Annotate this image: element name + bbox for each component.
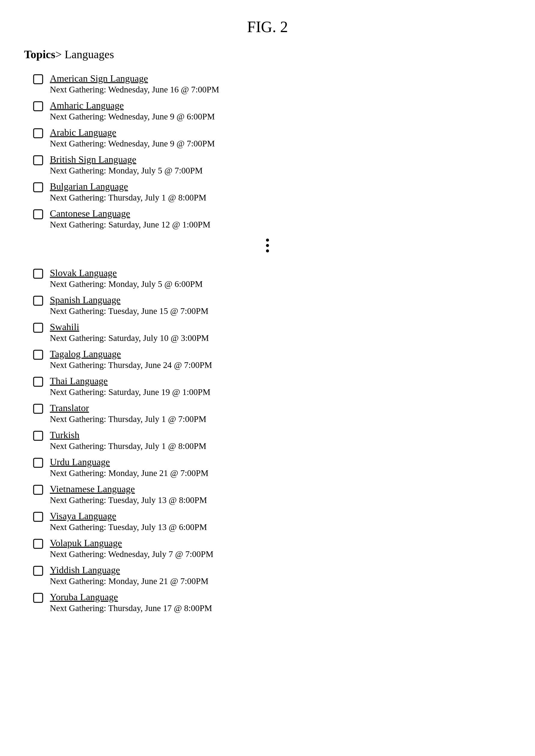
svg-rect-11 bbox=[34, 404, 42, 413]
svg-rect-0 bbox=[34, 75, 42, 84]
checkbox-icon bbox=[33, 539, 43, 549]
next-gathering: Next Gathering: Saturday, July 10 @ 3:00… bbox=[50, 333, 209, 343]
svg-rect-16 bbox=[34, 539, 42, 548]
svg-rect-15 bbox=[34, 512, 42, 521]
next-gathering: Next Gathering: Tuesday, June 15 @ 7:00P… bbox=[50, 306, 208, 316]
language-content: Bulgarian Language Next Gathering: Thurs… bbox=[50, 181, 206, 202]
language-name[interactable]: Volapuk Language bbox=[50, 537, 213, 549]
checkbox-icon bbox=[33, 377, 43, 387]
svg-rect-9 bbox=[34, 350, 42, 359]
next-gathering: Next Gathering: Thursday, June 24 @ 7:00… bbox=[50, 360, 212, 370]
language-name[interactable]: Yoruba Language bbox=[50, 592, 212, 603]
next-gathering: Next Gathering: Thursday, July 1 @ 8:00P… bbox=[50, 193, 206, 202]
language-name[interactable]: Spanish Language bbox=[50, 294, 208, 306]
dot-1 bbox=[266, 239, 269, 242]
svg-rect-12 bbox=[34, 431, 42, 440]
dot-2 bbox=[266, 244, 269, 247]
svg-rect-17 bbox=[34, 566, 42, 575]
checkbox-icon bbox=[33, 404, 43, 414]
language-name[interactable]: Tagalog Language bbox=[50, 348, 212, 360]
next-gathering: Next Gathering: Saturday, June 12 @ 1:00… bbox=[50, 220, 211, 230]
list-item: Slovak Language Next Gathering: Monday, … bbox=[33, 267, 511, 289]
list-item: Bulgarian Language Next Gathering: Thurs… bbox=[33, 181, 511, 202]
language-content: Amharic Language Next Gathering: Wednesd… bbox=[50, 100, 215, 122]
breadcrumb: Topics> Languages bbox=[24, 48, 511, 61]
breadcrumb-separator: > bbox=[55, 48, 65, 61]
checkbox-icon bbox=[33, 566, 43, 576]
checkbox-icon bbox=[33, 155, 43, 165]
next-gathering: Next Gathering: Tuesday, July 13 @ 8:00P… bbox=[50, 495, 207, 505]
list-item: Volapuk Language Next Gathering: Wednesd… bbox=[33, 537, 511, 559]
svg-rect-5 bbox=[34, 210, 42, 219]
list-item: Spanish Language Next Gathering: Tuesday… bbox=[33, 294, 511, 316]
language-name[interactable]: Translator bbox=[50, 402, 206, 414]
checkbox-icon bbox=[33, 323, 43, 333]
language-name[interactable]: Visaya Language bbox=[50, 510, 207, 522]
svg-rect-8 bbox=[34, 323, 42, 332]
language-content: Turkish Next Gathering: Thursday, July 1… bbox=[50, 429, 206, 451]
language-name[interactable]: British Sign Language bbox=[50, 154, 203, 165]
svg-rect-4 bbox=[34, 183, 42, 192]
language-name[interactable]: Swahili bbox=[50, 321, 209, 333]
language-content: Slovak Language Next Gathering: Monday, … bbox=[50, 267, 203, 289]
svg-rect-2 bbox=[34, 129, 42, 138]
list-item: British Sign Language Next Gathering: Mo… bbox=[33, 154, 511, 176]
language-name[interactable]: Arabic Language bbox=[50, 127, 215, 138]
language-name[interactable]: Amharic Language bbox=[50, 100, 215, 111]
list-item: Cantonese Language Next Gathering: Satur… bbox=[33, 208, 511, 230]
next-gathering: Next Gathering: Thursday, July 1 @ 8:00P… bbox=[50, 441, 206, 451]
next-gathering: Next Gathering: Wednesday, June 9 @ 6:00… bbox=[50, 112, 215, 122]
language-content: Urdu Language Next Gathering: Monday, Ju… bbox=[50, 456, 208, 478]
language-content: Thai Language Next Gathering: Saturday, … bbox=[50, 375, 211, 397]
list-item: Translator Next Gathering: Thursday, Jul… bbox=[33, 402, 511, 424]
dot-3 bbox=[266, 249, 269, 253]
checkbox-icon bbox=[33, 458, 43, 468]
language-name[interactable]: American Sign Language bbox=[50, 73, 219, 84]
next-gathering: Next Gathering: Monday, June 21 @ 7:00PM bbox=[50, 468, 208, 478]
next-gathering: Next Gathering: Wednesday, June 16 @ 7:0… bbox=[50, 85, 219, 94]
next-gathering: Next Gathering: Thursday, July 1 @ 7:00P… bbox=[50, 414, 206, 424]
language-name[interactable]: Slovak Language bbox=[50, 267, 203, 279]
language-content: American Sign Language Next Gathering: W… bbox=[50, 73, 219, 94]
next-gathering: Next Gathering: Tuesday, July 13 @ 6:00P… bbox=[50, 522, 207, 532]
list-item: Urdu Language Next Gathering: Monday, Ju… bbox=[33, 456, 511, 478]
checkbox-icon bbox=[33, 74, 43, 84]
svg-rect-14 bbox=[34, 485, 42, 494]
list-item: Swahili Next Gathering: Saturday, July 1… bbox=[33, 321, 511, 343]
checkbox-icon bbox=[33, 269, 43, 279]
list-item: Tagalog Language Next Gathering: Thursda… bbox=[33, 348, 511, 370]
language-name[interactable]: Vietnamese Language bbox=[50, 483, 207, 495]
language-name[interactable]: Cantonese Language bbox=[50, 208, 211, 219]
language-content: Yoruba Language Next Gathering: Thursday… bbox=[50, 592, 212, 613]
next-gathering: Next Gathering: Thursday, June 17 @ 8:00… bbox=[50, 603, 212, 613]
page-title: FIG. 2 bbox=[24, 18, 511, 36]
next-gathering: Next Gathering: Saturday, June 19 @ 1:00… bbox=[50, 387, 211, 397]
svg-rect-6 bbox=[34, 269, 42, 278]
checkbox-icon bbox=[33, 593, 43, 603]
breadcrumb-topics[interactable]: Topics bbox=[24, 48, 55, 61]
language-list-top: American Sign Language Next Gathering: W… bbox=[33, 73, 511, 230]
svg-rect-18 bbox=[34, 593, 42, 602]
checkbox-icon bbox=[33, 101, 43, 111]
language-content: Spanish Language Next Gathering: Tuesday… bbox=[50, 294, 208, 316]
language-name[interactable]: Thai Language bbox=[50, 375, 211, 387]
list-item: Yoruba Language Next Gathering: Thursday… bbox=[33, 592, 511, 613]
language-list-bottom: Slovak Language Next Gathering: Monday, … bbox=[33, 267, 511, 613]
list-item: Visaya Language Next Gathering: Tuesday,… bbox=[33, 510, 511, 532]
svg-rect-13 bbox=[34, 458, 42, 467]
next-gathering: Next Gathering: Wednesday, June 9 @ 7:00… bbox=[50, 139, 215, 148]
language-name[interactable]: Bulgarian Language bbox=[50, 181, 206, 192]
svg-rect-10 bbox=[34, 377, 42, 386]
language-name[interactable]: Yiddish Language bbox=[50, 564, 208, 576]
list-item: Yiddish Language Next Gathering: Monday,… bbox=[33, 564, 511, 586]
checkbox-icon bbox=[33, 485, 43, 495]
checkbox-icon bbox=[33, 209, 43, 219]
language-name[interactable]: Urdu Language bbox=[50, 456, 208, 468]
language-content: Tagalog Language Next Gathering: Thursda… bbox=[50, 348, 212, 370]
list-item: Arabic Language Next Gathering: Wednesda… bbox=[33, 127, 511, 148]
language-name[interactable]: Turkish bbox=[50, 429, 206, 441]
next-gathering: Next Gathering: Monday, July 5 @ 6:00PM bbox=[50, 279, 203, 289]
language-content: Volapuk Language Next Gathering: Wednesd… bbox=[50, 537, 213, 559]
list-item: Turkish Next Gathering: Thursday, July 1… bbox=[33, 429, 511, 451]
checkbox-icon bbox=[33, 182, 43, 192]
